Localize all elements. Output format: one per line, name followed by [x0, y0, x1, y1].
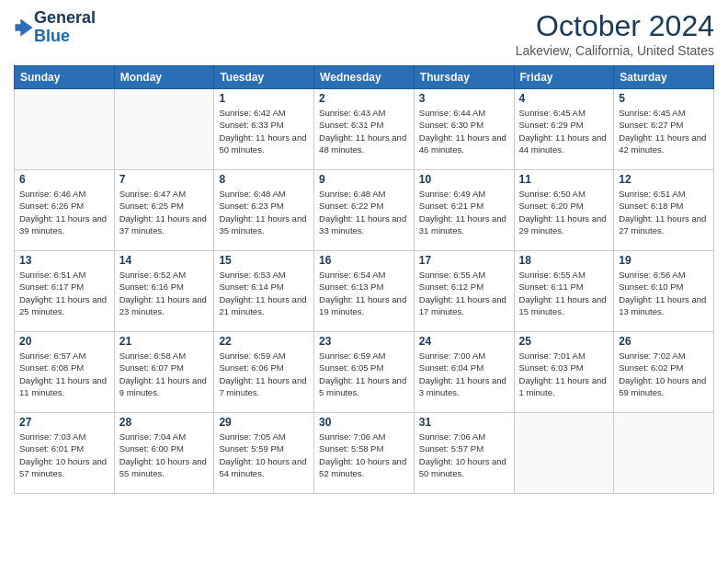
cell-w4-d2: 22Sunrise: 6:59 AM Sunset: 6:06 PM Dayli…: [214, 332, 314, 413]
day-info: Sunrise: 6:44 AM Sunset: 6:30 PM Dayligh…: [419, 107, 509, 155]
day-number: 2: [319, 92, 409, 105]
cell-w2-d2: 8Sunrise: 6:48 AM Sunset: 6:23 PM Daylig…: [214, 170, 314, 251]
day-info: Sunrise: 7:06 AM Sunset: 5:57 PM Dayligh…: [419, 431, 509, 479]
day-info: Sunrise: 7:03 AM Sunset: 6:01 PM Dayligh…: [19, 431, 109, 479]
cell-w1-d2: 1Sunrise: 6:42 AM Sunset: 6:33 PM Daylig…: [214, 89, 314, 170]
day-number: 7: [119, 173, 210, 186]
col-thursday: Thursday: [414, 66, 514, 89]
day-info: Sunrise: 6:59 AM Sunset: 6:06 PM Dayligh…: [219, 350, 309, 398]
day-info: Sunrise: 7:05 AM Sunset: 5:59 PM Dayligh…: [219, 431, 309, 479]
day-number: 4: [519, 92, 609, 105]
day-number: 3: [419, 92, 509, 105]
day-info: Sunrise: 7:01 AM Sunset: 6:03 PM Dayligh…: [519, 350, 609, 398]
day-number: 11: [519, 173, 609, 186]
location: Lakeview, California, United States: [516, 43, 714, 58]
cell-w2-d4: 10Sunrise: 6:49 AM Sunset: 6:21 PM Dayli…: [414, 170, 514, 251]
day-number: 24: [419, 335, 509, 348]
day-number: 10: [419, 173, 509, 186]
calendar-header-row: Sunday Monday Tuesday Wednesday Thursday…: [15, 66, 714, 89]
day-info: Sunrise: 6:52 AM Sunset: 6:16 PM Dayligh…: [119, 269, 210, 317]
day-number: 28: [119, 416, 210, 429]
day-number: 27: [19, 416, 109, 429]
day-number: 15: [219, 254, 309, 267]
cell-w1-d3: 2Sunrise: 6:43 AM Sunset: 6:31 PM Daylig…: [314, 89, 415, 170]
day-info: Sunrise: 6:55 AM Sunset: 6:11 PM Dayligh…: [519, 269, 609, 317]
day-number: 12: [619, 173, 709, 186]
day-number: 8: [219, 173, 309, 186]
cell-w3-d4: 17Sunrise: 6:55 AM Sunset: 6:12 PM Dayli…: [414, 251, 514, 332]
month-title: October 2024: [516, 9, 714, 43]
day-number: 29: [219, 416, 309, 429]
day-info: Sunrise: 6:42 AM Sunset: 6:33 PM Dayligh…: [219, 107, 309, 155]
day-number: 5: [619, 92, 709, 105]
day-info: Sunrise: 6:51 AM Sunset: 6:18 PM Dayligh…: [619, 188, 709, 236]
cell-w5-d6: [614, 413, 714, 494]
day-number: 18: [519, 254, 609, 267]
day-number: 17: [419, 254, 509, 267]
cell-w5-d5: [514, 413, 614, 494]
day-info: Sunrise: 6:48 AM Sunset: 6:22 PM Dayligh…: [319, 188, 409, 236]
col-wednesday: Wednesday: [314, 66, 415, 89]
page: GeneralBlue October 2024 Lakeview, Calif…: [0, 0, 728, 563]
day-number: 26: [619, 335, 709, 348]
day-info: Sunrise: 6:47 AM Sunset: 6:25 PM Dayligh…: [119, 188, 210, 236]
logo-icon: [14, 17, 34, 38]
day-number: 19: [619, 254, 709, 267]
day-info: Sunrise: 7:06 AM Sunset: 5:58 PM Dayligh…: [319, 431, 409, 479]
cell-w5-d1: 28Sunrise: 7:04 AM Sunset: 6:00 PM Dayli…: [114, 413, 214, 494]
cell-w5-d2: 29Sunrise: 7:05 AM Sunset: 5:59 PM Dayli…: [214, 413, 314, 494]
day-number: 1: [219, 92, 309, 105]
week-row-4: 20Sunrise: 6:57 AM Sunset: 6:08 PM Dayli…: [15, 332, 714, 413]
week-row-2: 6Sunrise: 6:46 AM Sunset: 6:26 PM Daylig…: [15, 170, 714, 251]
logo-text: GeneralBlue: [34, 9, 96, 46]
day-info: Sunrise: 6:58 AM Sunset: 6:07 PM Dayligh…: [119, 350, 210, 398]
header: GeneralBlue October 2024 Lakeview, Calif…: [14, 9, 714, 58]
cell-w1-d4: 3Sunrise: 6:44 AM Sunset: 6:30 PM Daylig…: [414, 89, 514, 170]
cell-w3-d3: 16Sunrise: 6:54 AM Sunset: 6:13 PM Dayli…: [314, 251, 415, 332]
day-info: Sunrise: 6:45 AM Sunset: 6:27 PM Dayligh…: [619, 107, 709, 155]
cell-w4-d0: 20Sunrise: 6:57 AM Sunset: 6:08 PM Dayli…: [15, 332, 115, 413]
cell-w1-d6: 5Sunrise: 6:45 AM Sunset: 6:27 PM Daylig…: [614, 89, 714, 170]
week-row-3: 13Sunrise: 6:51 AM Sunset: 6:17 PM Dayli…: [15, 251, 714, 332]
logo: GeneralBlue: [14, 9, 96, 46]
week-row-1: 1Sunrise: 6:42 AM Sunset: 6:33 PM Daylig…: [15, 89, 714, 170]
cell-w4-d1: 21Sunrise: 6:58 AM Sunset: 6:07 PM Dayli…: [114, 332, 214, 413]
cell-w2-d1: 7Sunrise: 6:47 AM Sunset: 6:25 PM Daylig…: [114, 170, 214, 251]
day-number: 30: [319, 416, 409, 429]
day-number: 23: [319, 335, 409, 348]
day-info: Sunrise: 6:51 AM Sunset: 6:17 PM Dayligh…: [19, 269, 109, 317]
title-section: October 2024 Lakeview, California, Unite…: [516, 9, 714, 58]
cell-w2-d0: 6Sunrise: 6:46 AM Sunset: 6:26 PM Daylig…: [15, 170, 115, 251]
day-info: Sunrise: 7:04 AM Sunset: 6:00 PM Dayligh…: [119, 431, 210, 479]
cell-w5-d0: 27Sunrise: 7:03 AM Sunset: 6:01 PM Dayli…: [15, 413, 115, 494]
day-info: Sunrise: 6:50 AM Sunset: 6:20 PM Dayligh…: [519, 188, 609, 236]
day-info: Sunrise: 6:45 AM Sunset: 6:29 PM Dayligh…: [519, 107, 609, 155]
col-tuesday: Tuesday: [214, 66, 314, 89]
day-info: Sunrise: 6:55 AM Sunset: 6:12 PM Dayligh…: [419, 269, 509, 317]
day-number: 31: [419, 416, 509, 429]
day-number: 9: [319, 173, 409, 186]
day-info: Sunrise: 6:43 AM Sunset: 6:31 PM Dayligh…: [319, 107, 409, 155]
day-number: 25: [519, 335, 609, 348]
day-info: Sunrise: 6:46 AM Sunset: 6:26 PM Dayligh…: [19, 188, 109, 236]
col-friday: Friday: [514, 66, 614, 89]
calendar: Sunday Monday Tuesday Wednesday Thursday…: [14, 65, 714, 494]
day-info: Sunrise: 6:49 AM Sunset: 6:21 PM Dayligh…: [419, 188, 509, 236]
cell-w4-d6: 26Sunrise: 7:02 AM Sunset: 6:02 PM Dayli…: [614, 332, 714, 413]
day-number: 14: [119, 254, 210, 267]
cell-w2-d3: 9Sunrise: 6:48 AM Sunset: 6:22 PM Daylig…: [314, 170, 415, 251]
cell-w3-d2: 15Sunrise: 6:53 AM Sunset: 6:14 PM Dayli…: [214, 251, 314, 332]
cell-w2-d6: 12Sunrise: 6:51 AM Sunset: 6:18 PM Dayli…: [614, 170, 714, 251]
col-monday: Monday: [114, 66, 214, 89]
cell-w1-d1: [114, 89, 214, 170]
cell-w2-d5: 11Sunrise: 6:50 AM Sunset: 6:20 PM Dayli…: [514, 170, 614, 251]
cell-w3-d5: 18Sunrise: 6:55 AM Sunset: 6:11 PM Dayli…: [514, 251, 614, 332]
day-info: Sunrise: 7:00 AM Sunset: 6:04 PM Dayligh…: [419, 350, 509, 398]
cell-w5-d4: 31Sunrise: 7:06 AM Sunset: 5:57 PM Dayli…: [414, 413, 514, 494]
day-number: 22: [219, 335, 309, 348]
day-number: 16: [319, 254, 409, 267]
cell-w4-d4: 24Sunrise: 7:00 AM Sunset: 6:04 PM Dayli…: [414, 332, 514, 413]
col-sunday: Sunday: [15, 66, 115, 89]
day-info: Sunrise: 7:02 AM Sunset: 6:02 PM Dayligh…: [619, 350, 709, 398]
svg-marker-0: [15, 18, 32, 36]
